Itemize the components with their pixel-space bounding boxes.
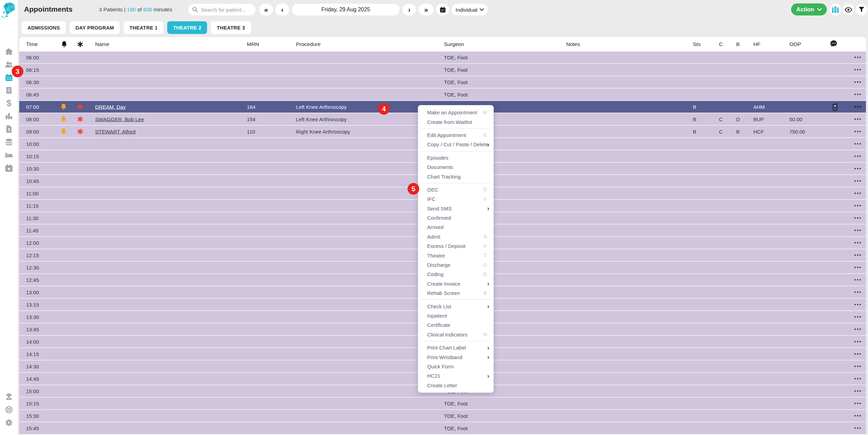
row-actions-button[interactable]: •••: [854, 364, 862, 369]
row-actions-button[interactable]: •••: [854, 376, 862, 381]
reports-icon[interactable]: [5, 112, 13, 120]
app-logo-icon[interactable]: [1, 2, 16, 18]
row-actions-button[interactable]: •••: [854, 153, 862, 159]
context-menu-item-confirmed[interactable]: Confirmed: [418, 213, 493, 222]
row-actions-button[interactable]: •••: [854, 277, 862, 283]
schedule-tab-day-program[interactable]: DAY PROGRAM: [70, 21, 120, 34]
context-menu-item-arrived[interactable]: Arrived: [418, 222, 493, 232]
row-actions-button[interactable]: •••: [854, 141, 862, 147]
context-menu-item-certificate[interactable]: Certificate: [418, 320, 493, 330]
context-menu-item-excess-deposit[interactable]: Excess / Deposit P: [418, 241, 493, 251]
appointment-row[interactable]: 06:30 TOE, Foot •••: [19, 76, 866, 89]
agent-icon[interactable]: [5, 392, 13, 401]
view-mode-dropdown[interactable]: Individual: [452, 4, 488, 15]
context-menu-item-rehab-screen[interactable]: Rehab Screen B: [418, 288, 493, 298]
last-day-button[interactable]: »: [419, 4, 434, 15]
context-menu-item-inpatient[interactable]: Inpatient: [418, 311, 493, 320]
row-actions-button[interactable]: •••: [854, 413, 862, 419]
search-input[interactable]: [200, 7, 251, 13]
row-actions-button[interactable]: •••: [854, 92, 862, 97]
action-button[interactable]: Action: [791, 3, 827, 15]
filter-button[interactable]: [856, 4, 867, 15]
context-menu-item-create-from-waitlist[interactable]: Create from Waitlist: [418, 117, 493, 126]
appointment-row[interactable]: 15:15 TOE, Foot •••: [19, 398, 866, 410]
row-actions-button[interactable]: •••: [854, 401, 862, 406]
appointment-row[interactable]: 06:00 TOE, Foot •••: [19, 51, 866, 64]
row-actions-button[interactable]: •••: [854, 289, 862, 295]
context-menu-item-admit[interactable]: Admit A: [418, 232, 493, 241]
patient-name-link[interactable]: DREAM, Day: [95, 104, 126, 110]
context-menu-item-oec[interactable]: OEC O: [418, 185, 493, 194]
billing-icon[interactable]: $: [5, 99, 13, 107]
row-actions-button[interactable]: •••: [854, 67, 862, 72]
row-actions-button[interactable]: •••: [854, 302, 862, 307]
row-actions-button[interactable]: •••: [854, 104, 862, 110]
context-menu-item-ifc[interactable]: IFC F: [418, 194, 493, 204]
row-actions-button[interactable]: •••: [854, 314, 862, 320]
context-menu-item-discharge[interactable]: Discharge D: [418, 260, 493, 270]
receipt-icon[interactable]: [5, 87, 13, 95]
context-menu-item-hc21[interactable]: HC21 ›: [418, 371, 493, 380]
visibility-button[interactable]: [843, 4, 854, 15]
calendar-add-icon[interactable]: [5, 164, 13, 172]
settings-icon[interactable]: [5, 419, 13, 427]
context-menu-item-print-wristband[interactable]: Print Wristband ›: [418, 352, 493, 362]
context-menu-item-episodes[interactable]: Episodes: [418, 153, 493, 162]
row-actions-button[interactable]: •••: [854, 240, 862, 245]
row-actions-button[interactable]: •••: [854, 388, 862, 394]
context-menu-item-theatre[interactable]: Theatre T: [418, 251, 493, 260]
home-icon[interactable]: [5, 47, 13, 56]
context-menu-item-quick-form[interactable]: Quick Form: [418, 362, 493, 371]
row-actions-button[interactable]: •••: [854, 178, 862, 184]
schedule-tab-theatre-2[interactable]: THEATRE 2: [167, 21, 207, 34]
row-actions-button[interactable]: •••: [854, 252, 862, 258]
row-actions-button[interactable]: •••: [854, 339, 862, 344]
invoice-icon[interactable]: $: [5, 125, 13, 133]
help-icon[interactable]: [5, 405, 13, 414]
appointment-row[interactable]: 06:15 TOE, Foot •••: [19, 64, 866, 76]
patient-name-link[interactable]: STEWART, Alfred: [95, 129, 136, 135]
row-actions-button[interactable]: •••: [854, 116, 862, 122]
context-menu-item-copy-cut-paste-delete[interactable]: Copy / Cut / Paste / Delete ›: [418, 140, 493, 149]
database-icon[interactable]: [5, 138, 13, 146]
row-actions-button[interactable]: •••: [854, 203, 862, 208]
row-actions-button[interactable]: •••: [854, 425, 862, 431]
row-actions-button[interactable]: •••: [854, 265, 862, 270]
patient-name-link[interactable]: SWAGGER, Bob Lee: [95, 116, 144, 122]
calendar-icon[interactable]: [5, 73, 13, 82]
next-day-button[interactable]: ›: [402, 4, 416, 15]
context-menu-item-documents[interactable]: Documents: [418, 162, 493, 172]
appointment-row[interactable]: 06:45 TOE, Foot •••: [19, 89, 866, 101]
context-menu-item-create-invoice[interactable]: Create Invoice ›: [418, 279, 493, 288]
calendar-picker-button[interactable]: [436, 4, 449, 15]
schedule-tab-theatre-3[interactable]: THEATRE 3: [211, 21, 251, 34]
schedule-tab-theatre-1[interactable]: THEATRE 1: [124, 21, 163, 34]
context-menu-item-edit-appointment[interactable]: Edit Appointment E: [418, 130, 493, 140]
bed-icon[interactable]: [5, 151, 13, 159]
row-actions-button[interactable]: •••: [854, 351, 862, 357]
row-actions-button[interactable]: •••: [854, 191, 862, 196]
context-menu-item-chart-tracking[interactable]: Chart Tracking: [418, 172, 493, 181]
prev-day-button[interactable]: ‹: [275, 4, 289, 15]
context-menu-item-check-list[interactable]: Check List ›: [418, 301, 493, 311]
row-actions-button[interactable]: •••: [854, 55, 862, 60]
appointment-row[interactable]: 15:45 TOE, Foot •••: [19, 422, 866, 435]
schedule-tab-admissions[interactable]: ADMISSIONS: [22, 21, 66, 34]
row-actions-button[interactable]: •••: [854, 215, 862, 221]
row-actions-button[interactable]: •••: [854, 166, 862, 171]
context-menu-item-print-chart-label[interactable]: Print Chart Label ›: [418, 343, 493, 352]
row-actions-button[interactable]: •••: [854, 228, 862, 233]
context-menu-item-send-sms[interactable]: Send SMS ›: [418, 204, 493, 213]
context-menu-item-create-letter[interactable]: Create Letter: [418, 381, 493, 390]
patients-icon[interactable]: [5, 60, 13, 69]
row-actions-button[interactable]: •••: [854, 129, 862, 134]
row-actions-button[interactable]: •••: [854, 79, 862, 85]
first-day-button[interactable]: «: [259, 4, 273, 15]
row-actions-button[interactable]: •••: [854, 327, 862, 332]
appointment-row[interactable]: 15:30 TOE, Foot •••: [19, 410, 866, 422]
context-menu-item-clinical-indicators[interactable]: Clinical Indicators N: [418, 330, 493, 339]
hospital-view-button[interactable]: [830, 4, 841, 15]
context-menu-item-make-an-appointment[interactable]: Make an Appointment M: [418, 108, 493, 117]
context-menu-item-coding[interactable]: Coding G: [418, 270, 493, 279]
date-display[interactable]: Friday, 29 Aug 2025: [292, 4, 400, 15]
